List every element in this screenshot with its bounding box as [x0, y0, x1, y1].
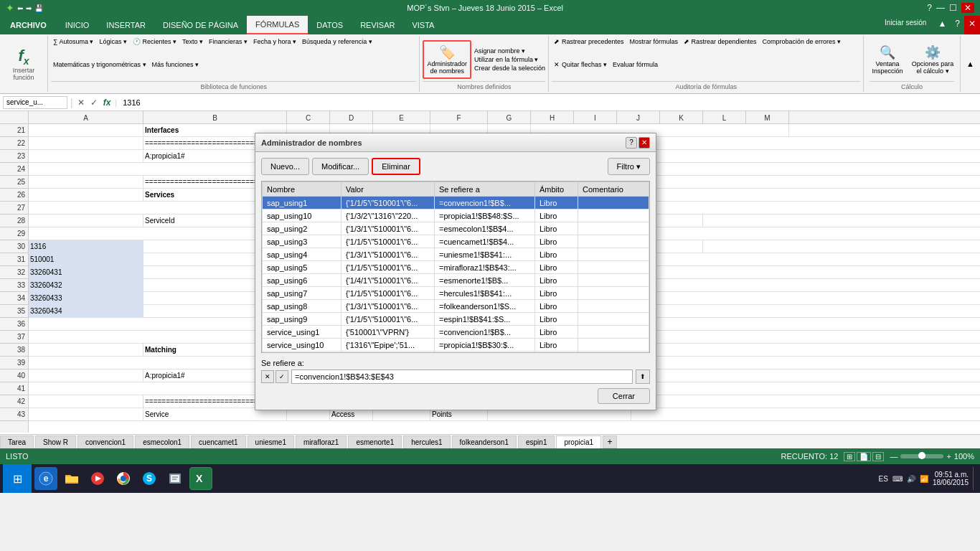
cell-a32[interactable]: 33260431 — [29, 266, 143, 279]
signin-link[interactable]: Iniciar sesión — [877, 16, 933, 34]
filter-btn[interactable]: Filtro ▾ — [608, 158, 651, 175]
tab-folkeanderson1[interactable]: folkeanderson1 — [452, 435, 517, 448]
ventana-inspeccion-btn[interactable]: 🔍 VentanaInspección — [870, 44, 905, 75]
dialog-help-btn[interactable]: ? — [626, 137, 637, 149]
cell-a40[interactable] — [29, 369, 143, 382]
table-row[interactable]: sap_using7 {'1/1/5'\"510001'\"6... =herc… — [263, 287, 649, 300]
logicas-btn[interactable]: Lógicas ▾ — [97, 37, 129, 59]
add-sheet-btn[interactable]: + — [603, 435, 617, 448]
tab-tarea[interactable]: Tarea — [0, 435, 34, 448]
name-box[interactable] — [3, 96, 67, 109]
utilizar-formula-btn[interactable]: Utilizar en la fórmula ▾ — [474, 56, 545, 63]
tab-mirafloraz1[interactable]: mirafloraz1 — [296, 435, 347, 448]
cancel-formula-icon[interactable]: ✕ — [76, 98, 86, 108]
table-row[interactable]: sap_using10 {'1/3/2'\"1316'\"220... =pro… — [263, 209, 649, 222]
cell-a38[interactable] — [29, 344, 143, 357]
insert-function-btn[interactable]: fx Insertarfunción — [6, 47, 42, 81]
tab-vista[interactable]: VISTA — [403, 16, 443, 34]
busqueda-btn[interactable]: Búsqueda y referencia ▾ — [300, 37, 374, 59]
ribbon-expand[interactable]: ▲ — [961, 36, 980, 92]
table-row[interactable]: sap_using1 {'1/1/5'\"510001'\"6... =conv… — [263, 197, 649, 209]
table-row[interactable]: sap_using3 {'1/1/5'\"510001'\"6... =cuen… — [263, 235, 649, 248]
dialog-close-btn[interactable]: ✕ — [639, 137, 650, 149]
media-icon[interactable] — [86, 467, 109, 490]
dialog-cerrar-btn[interactable]: Cerrar — [598, 388, 650, 404]
autosuma-btn[interactable]: ∑ Autosuma ▾ — [51, 37, 95, 59]
col-header-g[interactable]: G — [488, 111, 531, 124]
file-manager-icon[interactable] — [164, 467, 187, 490]
table-row[interactable]: sap_using8 {'1/3/1'\"510001'\"6... =folk… — [263, 300, 649, 313]
tab-esmenorte1[interactable]: esmenorte1 — [348, 435, 402, 448]
col-header-d[interactable]: D — [330, 111, 373, 124]
fecha-btn[interactable]: Fecha y hora ▾ — [251, 37, 298, 59]
normal-view-btn[interactable]: ⊞ — [844, 452, 855, 461]
tab-revisar[interactable]: REVISAR — [352, 16, 403, 34]
names-manager-dialog[interactable]: Administrador de nombres ? ✕ Nuevo... Mo… — [255, 133, 656, 410]
comprobacion-btn[interactable]: Comprobación de errores ▾ — [760, 37, 844, 59]
recientes-btn[interactable]: 🕐 Recientes ▾ — [131, 37, 179, 59]
ie-icon[interactable]: e — [34, 467, 57, 490]
col-header-e[interactable]: E — [373, 111, 430, 124]
start-button[interactable]: ⊞ — [3, 464, 32, 493]
rastrear-dep-btn[interactable]: ⬈ Rastrear dependientes — [682, 37, 759, 59]
zoom-out-btn[interactable]: — — [890, 452, 897, 461]
cell-a34[interactable]: 33260433 — [29, 292, 143, 305]
names-table-container[interactable]: Nombre Valor Se refiere a Ámbito Comenta… — [261, 181, 650, 353]
col-header-c[interactable]: C — [287, 111, 330, 124]
refers-input[interactable] — [291, 369, 633, 384]
refers-expand-btn[interactable]: ⬆ — [636, 369, 650, 384]
tab-hercules1[interactable]: hercules1 — [403, 435, 450, 448]
cell-a43[interactable] — [29, 408, 143, 421]
cell-a42[interactable] — [29, 395, 143, 408]
cell-a22[interactable] — [29, 137, 143, 150]
tab-espin1[interactable]: espin1 — [518, 435, 555, 448]
col-header-h[interactable]: H — [531, 111, 574, 124]
cell-a30[interactable]: 1316 — [29, 240, 143, 253]
tab-formulas[interactable]: FÓRMULAS — [247, 16, 308, 34]
tab-cuencamet1[interactable]: cuencamet1 — [191, 435, 245, 448]
show-desktop-btn[interactable] — [973, 467, 977, 490]
page-break-btn[interactable]: ⊟ — [872, 452, 884, 461]
mostrar-formulas-btn[interactable]: Mostrar fórmulas — [627, 37, 680, 59]
cell-a35[interactable]: 33260434 — [29, 305, 143, 318]
cell-a25[interactable] — [29, 176, 143, 189]
col-header-j[interactable]: J — [617, 111, 660, 124]
tab-propicia1[interactable]: propicia1 — [556, 435, 601, 448]
table-row[interactable]: sap_using4 {'1/3/1'\"510001'\"6... =unie… — [263, 248, 649, 261]
col-header-b[interactable]: B — [143, 111, 287, 124]
refers-confirm-icon[interactable]: ✓ — [275, 370, 288, 383]
ribbon-options[interactable]: ? — [951, 16, 964, 34]
cell-a33[interactable]: 33260432 — [29, 279, 143, 292]
new-name-btn[interactable]: Nuevo... — [261, 158, 309, 175]
tab-archivo[interactable]: ARCHIVO — [0, 16, 57, 34]
col-header-m[interactable]: M — [746, 111, 789, 124]
col-header-k[interactable]: K — [660, 111, 703, 124]
tab-datos[interactable]: DATOS — [308, 16, 352, 34]
tab-inicio[interactable]: INICIO — [57, 16, 98, 34]
financieras-btn[interactable]: Financieras ▾ — [207, 37, 250, 59]
col-header-l[interactable]: L — [703, 111, 746, 124]
tab-insertar[interactable]: INSERTAR — [98, 16, 154, 34]
asignar-nombre-btn[interactable]: Asignar nombre ▾ — [474, 47, 545, 55]
mas-funciones-btn[interactable]: Más funciones ▾ — [150, 60, 202, 82]
skype-icon[interactable]: S — [138, 467, 161, 490]
excel-taskbar-icon[interactable]: X — [189, 467, 212, 490]
zoom-slider[interactable] — [900, 454, 943, 458]
confirm-formula-icon[interactable]: ✓ — [89, 98, 99, 108]
table-row[interactable]: service_using10 {'1316'\"Epipe';'51... =… — [263, 339, 649, 352]
matematicas-btn[interactable]: Matemáticas y trigonométricas ▾ — [51, 60, 149, 82]
col-header-a[interactable]: A — [29, 111, 143, 124]
tab-uniesme1[interactable]: uniesme1 — [248, 435, 294, 448]
formula-input[interactable]: 1316 — [120, 98, 977, 107]
col-header-f[interactable]: F — [430, 111, 488, 124]
texto-btn[interactable]: Texto ▾ — [180, 37, 205, 59]
chrome-icon[interactable] — [112, 467, 135, 490]
tab-esmecolon1[interactable]: esmecolon1 — [135, 435, 189, 448]
table-row[interactable]: service_using1 {'510001'\"VPRN'} =conven… — [263, 326, 649, 339]
table-row[interactable]: sap_using9 {'1/1/5'\"510001'\"6... =espi… — [263, 313, 649, 326]
folder-icon[interactable] — [60, 467, 83, 490]
evaluar-formula-btn[interactable]: Evaluar fórmula — [611, 60, 660, 82]
cell-a31[interactable]: 510001 — [29, 253, 143, 266]
quitar-flechas-btn[interactable]: ✕ Quitar flechas ▾ — [552, 60, 609, 82]
opciones-calculo-btn[interactable]: ⚙️ Opciones parael cálculo ▾ — [911, 44, 954, 75]
